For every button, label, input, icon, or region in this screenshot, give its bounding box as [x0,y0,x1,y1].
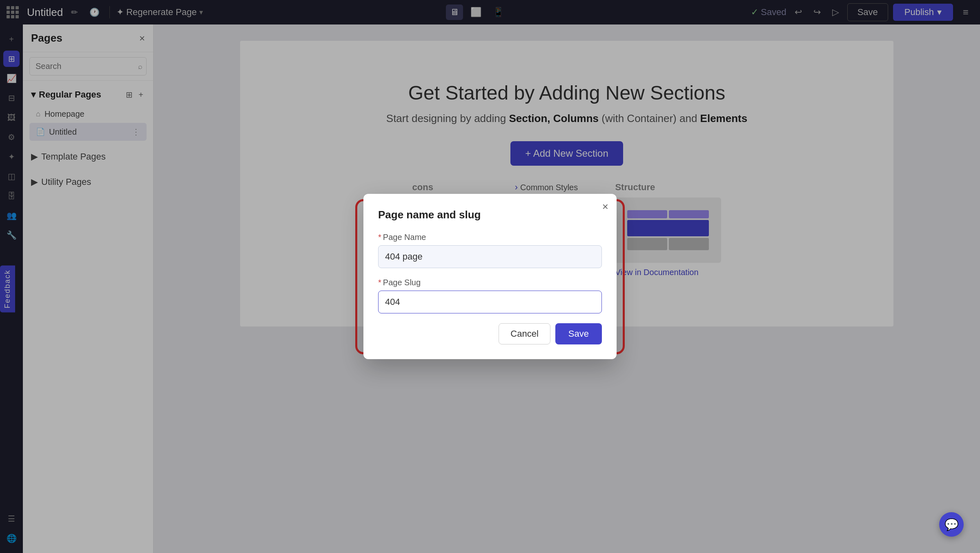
dialog-save-button[interactable]: Save [555,323,602,344]
page-name-input[interactable] [378,245,602,268]
page-slug-input[interactable] [378,291,602,313]
page-slug-label: * Page Slug [378,278,602,287]
chat-icon: 💬 [944,518,959,531]
dialog-close-btn[interactable]: × [602,200,608,213]
required-star: * [378,233,381,242]
chat-bubble[interactable]: 💬 [939,512,964,537]
modal-overlay[interactable]: Page name and slug × * Page Name * Page … [0,0,980,553]
dialog-title: Page name and slug [378,209,602,221]
dialog-actions: Cancel Save [378,323,602,344]
page-name-field: * Page Name [378,233,602,268]
required-star2: * [378,278,381,287]
cancel-button[interactable]: Cancel [499,323,550,344]
page-slug-field: * Page Slug [378,278,602,313]
page-name-label: * Page Name [378,233,602,242]
page-name-dialog: Page name and slug × * Page Name * Page … [363,194,617,359]
